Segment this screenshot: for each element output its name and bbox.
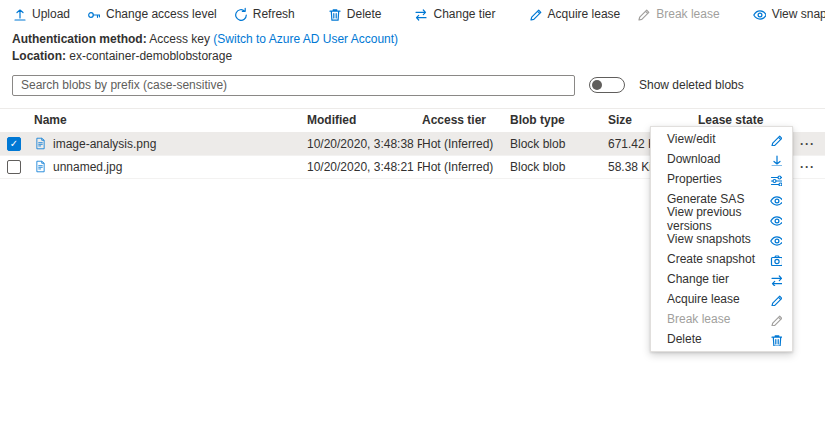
change-access-level-label: Change access level [106,7,217,21]
auth-method-line: Authentication method: Access key (Switc… [12,31,813,48]
location-value: ex-container-demoblobstorage [69,49,232,63]
menu-item-label: Change tier [667,272,729,286]
search-input[interactable] [12,75,575,96]
location-line: Location: ex-container-demoblobstorage [12,48,813,65]
menu-item-label: Acquire lease [667,292,740,306]
container-info: Authentication method: Access key (Switc… [0,28,825,66]
menu-item-create-snapshot[interactable]: Create snapshot [651,249,792,269]
break-lease-icon [636,7,650,21]
blob-modified: 10/20/2020, 3:48:38 PM [307,137,422,151]
menu-item-view-edit[interactable]: View/edit [651,129,792,149]
refresh-label: Refresh [253,7,295,21]
change-tier-button[interactable]: Change tier [413,7,495,21]
menu-item-break-lease: Break lease [651,309,792,329]
delete-label: Delete [347,7,382,21]
menu-item-view-previous-versions[interactable]: View previous versions [651,209,792,229]
download-icon [769,153,782,166]
eye-icon [769,213,782,226]
row-checkbox-unchecked[interactable] [7,160,21,174]
menu-item-label: Properties [667,172,722,186]
key-icon [86,7,100,21]
menu-item-change-tier[interactable]: Change tier [651,269,792,289]
toggle-knob [592,80,602,90]
view-snapshots-label: View snapshots [772,7,825,21]
menu-item-properties[interactable]: Properties [651,169,792,189]
change-tier-icon [769,273,782,286]
change-access-level-button[interactable]: Change access level [86,7,217,21]
menu-item-label: Delete [667,332,702,346]
blob-toolbar: Upload Change access level Refresh Delet… [0,0,825,28]
menu-item-label: View snapshots [667,232,751,246]
blob-context-menu: View/edit Download Properties Generate S… [650,126,793,352]
menu-item-download[interactable]: Download [651,149,792,169]
menu-item-label: Generate SAS [667,192,744,206]
break-lease-button: Break lease [636,7,719,21]
row-checkbox-cell [0,160,34,174]
upload-label: Upload [32,7,70,21]
menu-item-label: Create snapshot [667,252,755,266]
column-header-blob-type[interactable]: Blob type [510,113,608,127]
upload-icon [12,7,26,21]
sliders-icon [769,173,782,186]
view-snapshots-button[interactable]: View snapshots [752,7,825,21]
menu-item-label: Break lease [667,312,730,326]
pencil-icon [769,133,782,146]
column-header-access-tier[interactable]: Access tier [422,113,510,127]
upload-button[interactable]: Upload [12,7,70,21]
blob-type: Block blob [510,160,608,174]
blob-modified: 10/20/2020, 3:48:21 PM [307,160,422,174]
menu-item-delete[interactable]: Delete [651,329,792,349]
menu-item-view-snapshots[interactable]: View snapshots [651,229,792,249]
acquire-lease-label: Acquire lease [548,7,621,21]
row-checkbox-checked[interactable] [7,137,21,151]
trash-icon [769,333,782,346]
blob-name-cell[interactable]: image-analysis.png [34,136,307,151]
row-checkbox-cell [0,137,34,151]
snapshot-icon [769,253,782,266]
eye-icon [769,233,782,246]
menu-item-label: Download [667,152,720,166]
acquire-lease-icon [769,293,782,306]
blob-name[interactable]: image-analysis.png [53,137,156,151]
change-tier-icon [413,7,427,21]
location-label: Location: [12,49,66,63]
trash-icon [327,7,341,21]
eye-icon [752,7,766,21]
blob-type: Block blob [510,137,608,151]
auth-method-label: Authentication method: [12,32,147,46]
break-lease-icon [769,313,782,326]
break-lease-label: Break lease [656,7,719,21]
auth-method-value: Access key [149,32,210,46]
change-tier-label: Change tier [433,7,495,21]
show-deleted-blobs-label: Show deleted blobs [639,78,744,92]
menu-item-label: View/edit [667,132,715,146]
column-header-name[interactable]: Name [34,113,307,127]
blob-name[interactable]: unnamed.jpg [53,160,122,174]
blob-access-tier: Hot (Inferred) [422,160,510,174]
menu-item-label: View previous versions [667,205,769,233]
search-row: Show deleted blobs [12,75,813,96]
blob-access-tier: Hot (Inferred) [422,137,510,151]
delete-button[interactable]: Delete [327,7,382,21]
column-header-modified[interactable]: Modified [307,113,422,127]
blob-name-cell[interactable]: unnamed.jpg [34,159,307,174]
acquire-lease-icon [528,7,542,21]
refresh-icon [233,7,247,21]
switch-auth-link[interactable]: (Switch to Azure AD User Account) [213,32,398,46]
file-icon [34,136,47,151]
refresh-button[interactable]: Refresh [233,7,295,21]
generate-sas-icon [769,193,782,206]
show-deleted-blobs-toggle[interactable] [589,77,625,93]
acquire-lease-button[interactable]: Acquire lease [528,7,621,21]
menu-item-acquire-lease[interactable]: Acquire lease [651,289,792,309]
file-icon [34,159,47,174]
